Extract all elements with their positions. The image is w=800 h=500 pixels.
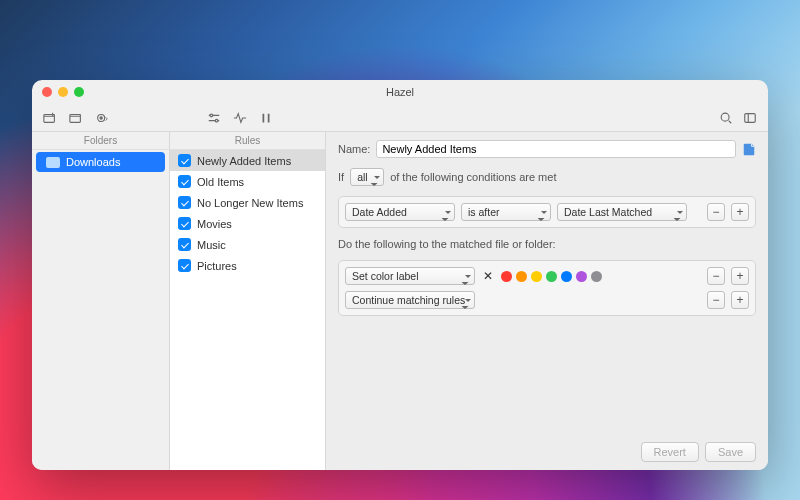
rule-editor: Name: If all of the following conditions… [326, 132, 768, 470]
checkbox-icon[interactable] [178, 238, 191, 251]
checkbox-icon[interactable] [178, 175, 191, 188]
svg-rect-7 [745, 113, 756, 122]
condition-row: Date Added is after Date Last Matched − … [338, 196, 756, 228]
footer-buttons: Revert Save [338, 442, 756, 462]
rule-label: No Longer New Items [197, 197, 303, 209]
folders-column: Folders Downloads [32, 132, 170, 470]
checkbox-icon[interactable] [178, 217, 191, 230]
if-suffix: of the following conditions are met [390, 171, 556, 183]
checkbox-icon[interactable] [178, 154, 191, 167]
rule-label: Music [197, 239, 226, 251]
action-type-popup[interactable]: Set color label [345, 267, 475, 285]
action-row: Set color label ✕ − + [345, 267, 749, 285]
remove-folder-icon[interactable] [68, 110, 84, 126]
sidebar-toggle-icon[interactable] [742, 110, 758, 126]
rule-item[interactable]: No Longer New Items [170, 192, 325, 213]
checkbox-icon[interactable] [178, 259, 191, 272]
swatch-gray[interactable] [591, 271, 602, 282]
svg-point-6 [721, 113, 729, 121]
swatch-blue[interactable] [561, 271, 572, 282]
name-row: Name: [338, 140, 756, 158]
name-label: Name: [338, 143, 370, 155]
rule-item[interactable]: Old Items [170, 171, 325, 192]
folder-icon [46, 157, 60, 168]
add-folder-icon[interactable] [42, 110, 58, 126]
save-button[interactable]: Save [705, 442, 756, 462]
svg-point-3 [100, 116, 102, 118]
gear-dropdown-icon[interactable] [94, 110, 110, 126]
swatch-purple[interactable] [576, 271, 587, 282]
rule-item[interactable]: Music [170, 234, 325, 255]
match-scope-popup[interactable]: all [350, 168, 384, 186]
swatch-yellow[interactable] [531, 271, 542, 282]
rule-label: Pictures [197, 260, 237, 272]
rule-label: Newly Added Items [197, 155, 291, 167]
toolbar [32, 104, 768, 132]
do-label: Do the following to the matched file or … [338, 238, 756, 250]
folders-header: Folders [32, 132, 169, 150]
action-type-popup[interactable]: Continue matching rules [345, 291, 475, 309]
actions-block: Set color label ✕ − + [338, 260, 756, 316]
maximize-button[interactable] [74, 87, 84, 97]
add-action-button[interactable]: + [731, 267, 749, 285]
close-button[interactable] [42, 87, 52, 97]
rule-label: Movies [197, 218, 232, 230]
swatch-orange[interactable] [516, 271, 527, 282]
add-condition-button[interactable]: + [731, 203, 749, 221]
minimize-button[interactable] [58, 87, 68, 97]
window-title: Hazel [386, 86, 414, 98]
titlebar: Hazel [32, 80, 768, 104]
pause-icon[interactable] [258, 110, 274, 126]
checkbox-icon[interactable] [178, 196, 191, 209]
search-icon[interactable] [718, 110, 734, 126]
rule-item[interactable]: Pictures [170, 255, 325, 276]
remove-condition-button[interactable]: − [707, 203, 725, 221]
activity-icon[interactable] [232, 110, 248, 126]
svg-point-4 [210, 114, 213, 117]
rule-label: Old Items [197, 176, 244, 188]
svg-point-5 [215, 119, 218, 122]
folder-label: Downloads [66, 156, 120, 168]
condition-op-popup[interactable]: is after [461, 203, 551, 221]
condition-attr-popup[interactable]: Date Added [345, 203, 455, 221]
rules-header: Rules [170, 132, 325, 150]
clear-label-icon[interactable]: ✕ [481, 269, 495, 283]
remove-action-button[interactable]: − [707, 291, 725, 309]
condition-value-popup[interactable]: Date Last Matched [557, 203, 687, 221]
sliders-icon[interactable] [206, 110, 222, 126]
add-action-button[interactable]: + [731, 291, 749, 309]
folder-item-downloads[interactable]: Downloads [36, 152, 165, 172]
if-prefix: If [338, 171, 344, 183]
swatch-green[interactable] [546, 271, 557, 282]
swatch-red[interactable] [501, 271, 512, 282]
rule-item[interactable]: Movies [170, 213, 325, 234]
rules-column: Rules Newly Added Items Old Items No Lon… [170, 132, 326, 470]
action-row: Continue matching rules − + [345, 291, 749, 309]
if-row: If all of the following conditions are m… [338, 168, 756, 186]
rule-name-input[interactable] [376, 140, 736, 158]
rule-item[interactable]: Newly Added Items [170, 150, 325, 171]
revert-button[interactable]: Revert [641, 442, 699, 462]
color-swatches [501, 271, 602, 282]
note-icon[interactable] [742, 142, 756, 156]
traffic-lights [42, 87, 84, 97]
remove-action-button[interactable]: − [707, 267, 725, 285]
app-window: Hazel Folders Downloads Rules Newly Add [32, 80, 768, 470]
content: Folders Downloads Rules Newly Added Item… [32, 132, 768, 470]
